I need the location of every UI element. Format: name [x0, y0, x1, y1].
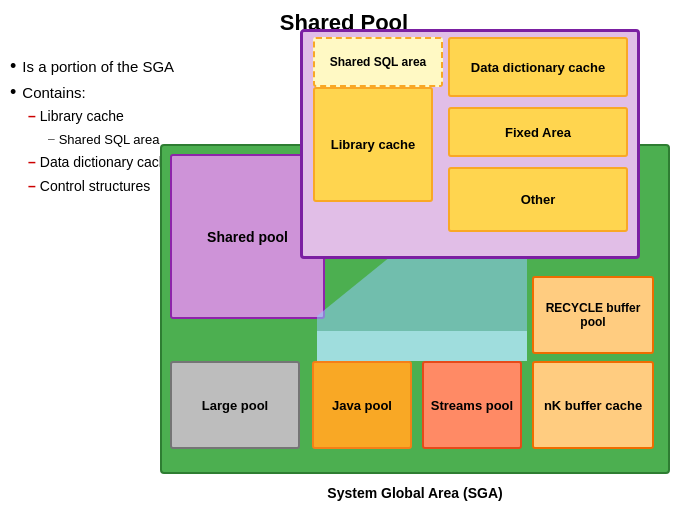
library-cache-box: Library cache: [313, 87, 433, 202]
large-pool-label: Large pool: [202, 398, 268, 413]
sga-label: System Global Area (SGA): [160, 484, 670, 502]
shared-pool-label: Shared pool: [207, 229, 288, 245]
sub-dash-3: –: [28, 175, 36, 199]
nk-buffer-cache-box: nK buffer cache: [532, 361, 654, 449]
java-pool-box: Java pool: [312, 361, 412, 449]
data-dictionary-cache-box: Data dictionary cache: [448, 37, 628, 97]
nk-buffer-label: nK buffer cache: [544, 398, 642, 413]
streams-pool-box: Streams pool: [422, 361, 522, 449]
java-pool-label: Java pool: [332, 398, 392, 413]
other-label: Other: [521, 192, 556, 207]
shared-sql-box: Shared SQL area: [313, 37, 443, 87]
shared-sql-label: Shared SQL area: [330, 55, 427, 69]
recycle-buffer-pool-box: RECYCLE buffer pool: [532, 276, 654, 354]
fixed-area-box: Fixed Area: [448, 107, 628, 157]
other-box: Other: [448, 167, 628, 232]
sp-detail-box: Shared SQL area Library cache Data dicti…: [300, 29, 640, 259]
fixed-area-label: Fixed Area: [505, 125, 571, 140]
sub-dash-1: –: [28, 105, 36, 129]
bullet-dot-2: •: [10, 80, 16, 105]
large-pool-box: Large pool: [170, 361, 300, 449]
diagram-area: Shared pool Large pool Java pool Streams…: [140, 84, 670, 494]
bullet-text-2: Contains:: [22, 80, 85, 106]
sub-dash-2: –: [28, 151, 36, 175]
bullet-dot-1: •: [10, 54, 16, 79]
sub-text-control: Control structures: [40, 175, 150, 199]
streams-pool-label: Streams pool: [431, 398, 513, 413]
recycle-label: RECYCLE buffer pool: [534, 301, 652, 329]
svg-marker-1: [317, 331, 527, 361]
sub-sub-dash-1: –: [48, 129, 55, 149]
library-cache-label: Library cache: [331, 137, 416, 152]
bullet-text-1: Is a portion of the SGA: [22, 54, 174, 80]
sub-text-library-cache: Library cache: [40, 105, 124, 129]
data-dictionary-cache-label: Data dictionary cache: [471, 60, 605, 75]
